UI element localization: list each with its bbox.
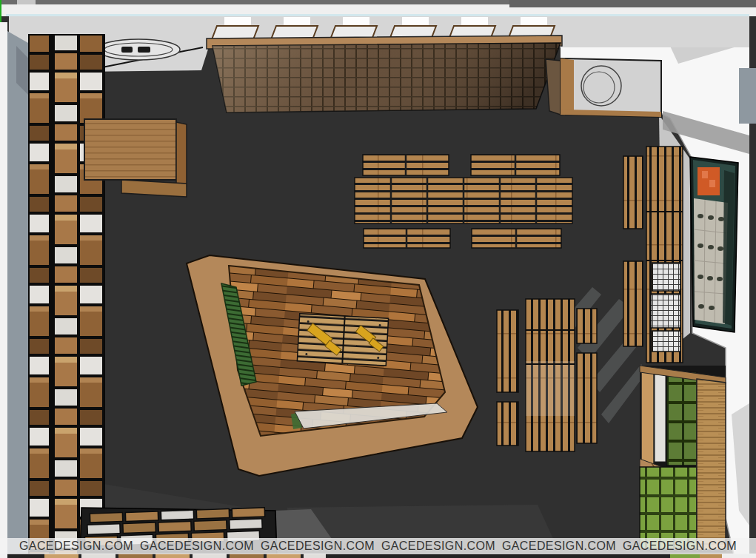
watermark-text: GACEDESIGN.COM bbox=[623, 539, 737, 553]
mesh-basket bbox=[651, 294, 680, 328]
skylight-strip bbox=[6, 14, 749, 16]
green-shelf-cabinet bbox=[640, 366, 726, 552]
poster-orange-block bbox=[698, 167, 720, 195]
vertical-slat-tables bbox=[497, 299, 597, 451]
wall-poster bbox=[690, 157, 738, 332]
mesh-basket bbox=[652, 331, 680, 352]
mesh-basket bbox=[652, 263, 680, 291]
watermark-band: GACEDESIGN.COM GACEDESIGN.COM GACEDESIGN… bbox=[0, 538, 756, 554]
watermark-text: GACEDESIGN.COM bbox=[140, 539, 254, 553]
spotlight-icon bbox=[138, 47, 150, 53]
watermark-text: GACEDESIGN.COM bbox=[19, 539, 133, 553]
watermark-text: GACEDESIGN.COM bbox=[261, 539, 375, 553]
watermark-text: GACEDESIGN.COM bbox=[502, 539, 616, 553]
hanging-slat-panel bbox=[207, 36, 562, 112]
spotlight-icon bbox=[121, 47, 133, 53]
render-canvas: GACEDESIGN.COM GACEDESIGN.COM GACEDESIGN… bbox=[0, 0, 756, 558]
left-cube-shelving bbox=[28, 34, 105, 558]
watermark-text: GACEDESIGN.COM bbox=[381, 539, 495, 553]
interior-render bbox=[0, 0, 756, 558]
ceiling-round-fixture bbox=[97, 39, 180, 60]
